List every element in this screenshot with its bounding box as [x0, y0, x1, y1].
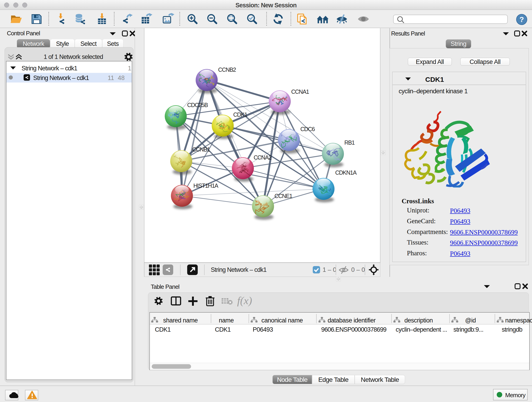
svg-text:CDC25B: CDC25B: [187, 102, 208, 108]
svg-text:CDKN1A: CDKN1A: [335, 169, 357, 176]
svg-text:CDC6: CDC6: [300, 126, 315, 132]
svg-text:HIST1H1A: HIST1H1A: [193, 182, 218, 189]
svg-text:CCNB1: CCNB1: [192, 146, 210, 153]
svg-text:CCNA2: CCNA2: [254, 154, 272, 161]
svg-text:RB1: RB1: [344, 139, 355, 146]
svg-text:CDK1: CDK1: [233, 111, 247, 118]
svg-text:?: ?: [519, 15, 524, 24]
svg-text:CCNB2: CCNB2: [218, 66, 236, 73]
svg-text:CCNA1: CCNA1: [291, 89, 309, 95]
svg-text:CCNE1: CCNE1: [274, 193, 292, 199]
